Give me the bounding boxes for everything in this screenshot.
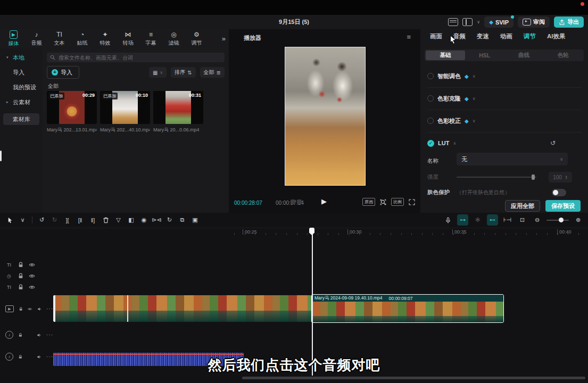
option-smart-color[interactable]: 智能调色 ◆ ∨ [427,71,581,81]
sidebar-item-local[interactable]: ▾ 本地 [3,52,39,63]
reset-icon[interactable]: ↺ [550,139,556,147]
quality-button[interactable]: 原画 [362,198,375,206]
subtab-curves[interactable]: 曲线 [504,51,544,60]
speaker-icon[interactable] [37,306,42,312]
lut-section-header[interactable]: ✓ LUT ∧ ↺ [427,138,581,148]
tab-transitions[interactable]: ⋈ 转场 [117,29,139,48]
playhead-line[interactable] [312,228,313,376]
sidebar-item-import[interactable]: 导入 [3,66,39,78]
crop-icon[interactable]: ⧉ [177,214,188,226]
import-button[interactable]: + 导入 [47,66,79,79]
lut-name-select[interactable]: 无 ∨ [457,153,568,165]
redo-icon[interactable]: ↻ [49,214,60,226]
intensity-slider[interactable] [457,177,536,178]
option-color-clone[interactable]: 色彩克隆 ◆ ∨ [427,93,581,104]
media-item[interactable]: 已添加 00:10 Mary马 202...40.10.mp4 [100,91,150,134]
split-compare-icon[interactable] [291,199,302,204]
timeline-zoom-slider[interactable] [546,220,569,221]
video-preview[interactable] [285,47,366,186]
lock-icon[interactable] [19,306,23,312]
reverse-icon[interactable]: ◉ [138,214,150,226]
zoom-slider-knob[interactable] [559,218,564,222]
review-button[interactable]: 审阅 [518,16,550,28]
lock-icon[interactable] [18,332,23,338]
trim-right-icon[interactable]: ‖] [87,214,98,226]
search-bar[interactable] [47,53,225,62]
more-options-icon[interactable]: ··· [46,306,53,312]
toggle-off-icon[interactable] [427,73,434,79]
mirror-icon[interactable]: ⊳⊲ [151,214,162,226]
stepper-icon[interactable]: ▲▼ [565,175,568,179]
sort-dropdown[interactable]: 排序 ⇅ [171,67,195,78]
lock-icon[interactable] [18,262,24,268]
select-tool-caret[interactable]: ∨ [17,214,28,226]
checkbox-checked-icon[interactable]: ✓ [427,140,434,147]
tab-adjust[interactable]: ⚙ 调节 [185,29,208,48]
skin-protect-toggle[interactable] [552,189,566,196]
filter-dropdown[interactable]: 全部 ≣ [200,67,225,78]
preview-zoom-icon[interactable] [380,199,386,205]
main-track-magnet-icon[interactable]: ⊶ [457,214,468,226]
sidebar-item-cloud[interactable]: ▸ 云素材 [3,96,39,108]
tab-media[interactable]: ▶ 媒体 [2,29,25,48]
layout-list-icon[interactable] [448,18,458,26]
timeline-horizontal-scrollbar[interactable] [242,377,585,379]
tab-adjustment[interactable]: 调节 [524,32,536,40]
tab-effects[interactable]: ✦ 特效 [94,29,117,48]
zoom-in-icon[interactable]: ⊕ [573,214,584,226]
mask-icon[interactable]: ◧ [126,214,137,226]
trim-left-icon[interactable]: [‖ [74,214,86,226]
media-thumbnail[interactable]: 已添加 00:29 [47,91,97,124]
eye-icon[interactable] [29,284,35,290]
player-menu-icon[interactable]: ≡ [407,33,411,41]
layout-caret-icon[interactable]: ∨ [477,20,480,24]
subtab-color-wheel[interactable]: 色轮 [543,51,583,60]
toggle-off-icon[interactable] [427,95,434,102]
media-thumbnail[interactable]: 已添加 00:10 [100,91,150,124]
view-mode-dropdown[interactable]: ▦ ∨ [149,67,167,78]
lock-icon[interactable] [18,284,24,290]
tab-speed[interactable]: 变速 [477,32,489,40]
select-tool-icon[interactable] [4,214,15,226]
clip-trim-handle[interactable] [53,295,55,322]
timeline-ruler[interactable]: 00:25 00:30 00:35 00:40 [0,228,588,237]
toggle-off-icon[interactable] [427,118,434,124]
eye-icon[interactable] [28,306,32,312]
search-input[interactable] [57,54,221,61]
linkage-icon[interactable]: ⊷ [487,214,498,226]
freeze-frame-icon[interactable]: ▽ [113,214,124,226]
preview-axis-icon[interactable]: ⊦⊣ [502,214,513,226]
svip-button[interactable]: ◆ SVIP [484,16,514,28]
more-options-icon[interactable]: ··· [46,332,53,338]
lock-icon[interactable] [18,273,24,279]
video-clip-left[interactable] [53,295,311,322]
tab-captions[interactable]: ≡ 字幕 [139,29,162,48]
save-preset-button[interactable]: 保存预设 [545,200,581,212]
media-thumbnail[interactable]: 00:31 [153,91,203,124]
sidebar-item-library[interactable]: 素材库 [3,113,39,125]
media-item[interactable]: 已添加 00:29 Mary马 202...13.01.mp4 [47,91,97,134]
record-voice-icon[interactable] [442,214,453,226]
subtab-basic[interactable]: 基础 [426,51,465,60]
delete-icon[interactable] [100,214,111,226]
subtab-hsl[interactable]: HSL [465,51,504,60]
tab-ai-effects[interactable]: AI效果 [547,32,566,40]
expand-tabs-icon[interactable]: » [222,35,226,43]
option-color-correction[interactable]: 色彩校正 ◆ ∨ [427,115,581,126]
zoom-out-icon[interactable]: ⊖ [532,214,543,226]
rotate-icon[interactable]: ↻ [164,214,175,226]
sidebar-item-presets[interactable]: 我的预设 [3,81,39,93]
eye-icon[interactable] [29,273,35,279]
video-clip-selected[interactable]: Mary马 2024-09-09 19.40.10.mp4 00:00:09:0… [311,294,504,323]
layout-panel-icon[interactable] [462,18,473,26]
fullscreen-icon[interactable] [409,199,415,205]
adapt-timeline-icon[interactable]: ⊡ [517,214,528,226]
auto-snap-icon[interactable]: ✻ [472,214,483,226]
intensity-value-box[interactable]: 100 ▲▼ [549,172,572,182]
speaker-icon[interactable] [37,332,42,338]
tab-sticker[interactable]: ◔ 贴纸 [71,29,94,48]
apply-all-button[interactable]: 应用全部 [505,200,540,212]
slider-knob[interactable] [532,174,535,180]
tab-frame[interactable]: 画面 [430,32,442,40]
tab-filters[interactable]: ◎ 滤镜 [162,29,185,48]
